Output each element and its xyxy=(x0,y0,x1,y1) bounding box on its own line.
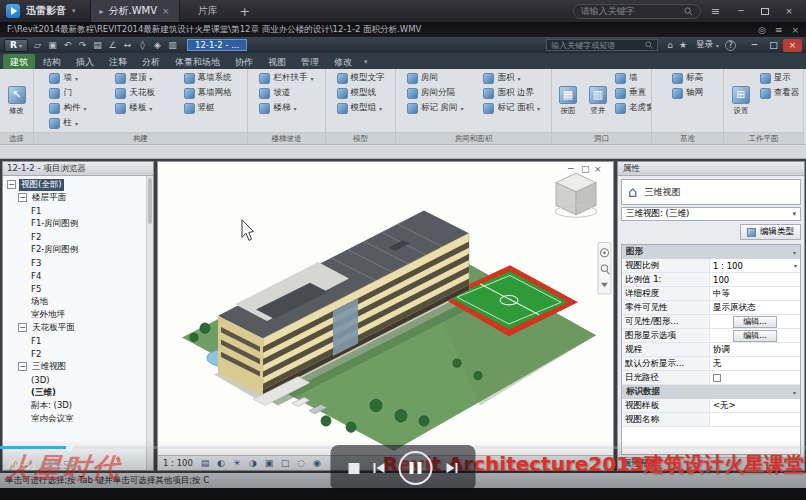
scrollbar-thumb[interactable] xyxy=(148,178,152,224)
type-selector[interactable]: ⌂ 三维视图 xyxy=(621,179,801,205)
tree-item-views-all[interactable]: −视图(全部) xyxy=(3,178,145,191)
open-icon[interactable]: ▱ xyxy=(31,40,44,50)
prop-value-parts-visibility[interactable]: 显示原状态 xyxy=(710,301,800,314)
model-line-button[interactable]: 模型线 xyxy=(336,86,386,100)
video-area[interactable]: F:\Revit2014最新教程\REVIT2014最新建筑设计火星课堂\第12… xyxy=(0,22,806,500)
expander-views-all[interactable]: − xyxy=(7,180,16,189)
tree-item-f1-room-legend[interactable]: F1-房间图例 xyxy=(3,217,145,230)
ramp-button[interactable]: 坡道 xyxy=(258,86,314,100)
ribbon-tab-7[interactable]: 协作 xyxy=(228,54,260,69)
tag-area-button[interactable]: 标记 面积▾ xyxy=(482,101,541,115)
tree-item-f4[interactable]: F4 xyxy=(3,269,145,282)
tag-room-dropdown-icon[interactable]: ▾ xyxy=(461,105,464,112)
main-menu-icon[interactable]: ≡ xyxy=(707,5,724,18)
exchange-apps-icon[interactable]: ⌂ xyxy=(667,40,673,50)
prop-value-view-template[interactable]: <无> xyxy=(710,399,800,412)
prop-value-visibility-graphics[interactable]: 编辑... xyxy=(710,315,800,328)
floor-dropdown-icon[interactable]: ▾ xyxy=(149,105,152,112)
component-button[interactable]: 构件▾ xyxy=(48,101,87,115)
group-collapse-icon[interactable]: ▾ xyxy=(793,389,796,396)
measure-icon[interactable]: ∠ xyxy=(106,40,119,50)
tree-item-3d-views[interactable]: −三维视图 xyxy=(3,360,145,373)
default-3d-view-icon[interactable]: ◈ xyxy=(151,40,164,50)
tree-item-f2[interactable]: F2 xyxy=(3,230,145,243)
ribbon-tab-10[interactable]: 修改 xyxy=(327,54,359,69)
room-button[interactable]: 房间 xyxy=(406,71,465,85)
revit-minimize-button[interactable]: ─ xyxy=(745,39,764,52)
tab-video[interactable]: ▸ 分析.WMV × xyxy=(90,0,180,22)
ceiling-button[interactable]: 天花板 xyxy=(114,86,156,100)
crop-region-icon[interactable]: □ xyxy=(279,458,291,468)
player-logo-icon[interactable] xyxy=(6,4,20,18)
next-button[interactable] xyxy=(447,463,458,473)
railing-dropdown-icon[interactable]: ▾ xyxy=(310,75,313,82)
player-brand[interactable]: 迅雷影音 xyxy=(26,4,66,18)
favorites-icon[interactable]: ★ xyxy=(679,40,687,50)
new-tab-button[interactable]: + xyxy=(236,4,254,19)
ribbon-tab-2[interactable]: 结构 xyxy=(36,54,68,69)
shaft-button[interactable]: ▥竖井 xyxy=(584,71,612,130)
brand-menu-arrow-icon[interactable]: ▾ xyxy=(72,7,76,15)
visibility-graphics-edit-button[interactable]: 编辑... xyxy=(733,316,777,328)
revit-search-input[interactable] xyxy=(551,41,642,50)
level-button[interactable]: 标高 xyxy=(671,71,704,85)
player-search[interactable] xyxy=(573,4,701,19)
reveal-hidden-icon[interactable]: ◉ xyxy=(311,458,323,468)
tree-item-copy-3d[interactable]: 副本: (3D) xyxy=(3,399,145,412)
viewer-button[interactable]: 查看器 xyxy=(759,86,801,100)
vertical-opening-button[interactable]: 垂直 xyxy=(614,86,649,100)
prop-value-view-name[interactable] xyxy=(710,413,800,426)
maximize-button[interactable] xyxy=(754,3,776,19)
crop-view-icon[interactable]: ▣ xyxy=(263,458,275,468)
detail-level-icon[interactable]: ▤ xyxy=(199,458,211,468)
close-button[interactable]: × xyxy=(778,3,800,19)
opening-by-face-button[interactable]: ▦按面 xyxy=(554,71,582,130)
navigation-bar[interactable] xyxy=(598,242,611,294)
tag-area-dropdown-icon[interactable]: ▾ xyxy=(537,105,540,112)
overlay-close-icon[interactable]: × xyxy=(791,25,799,35)
temporary-hide-icon[interactable]: ◌ xyxy=(295,458,307,468)
tree-item-f2-room-legend[interactable]: F2-房间图例 xyxy=(3,243,145,256)
model-group-button[interactable]: 模型组▾ xyxy=(336,101,386,115)
tree-item-3d-default[interactable]: (三维) xyxy=(3,386,145,399)
edit-type-button[interactable]: 编辑类型 xyxy=(740,224,801,240)
ribbon-collapse-icon[interactable]: ▾ xyxy=(364,58,368,69)
player-search-input[interactable] xyxy=(581,6,680,16)
undo-icon[interactable]: ↶ xyxy=(61,40,74,50)
ribbon-tab-3[interactable]: 插入 xyxy=(69,54,101,69)
ribbon-tab-5[interactable]: 分析 xyxy=(135,54,167,69)
tree-item-exterior-grade[interactable]: 室外地坪 xyxy=(3,308,145,321)
shadows-icon[interactable]: ◑ xyxy=(247,458,259,468)
tab-close-icon[interactable]: × xyxy=(162,6,170,16)
tab-library[interactable]: 片库 xyxy=(186,4,230,18)
component-dropdown-icon[interactable]: ▾ xyxy=(83,105,86,112)
expander-floor-plans[interactable]: − xyxy=(18,193,27,202)
tag-icon[interactable]: ◊ xyxy=(136,40,149,50)
prop-value-view-scale[interactable]: 1 : 100▾ xyxy=(710,259,800,272)
prop-value-discipline[interactable]: 协调 xyxy=(710,343,800,356)
modify-button[interactable]: ↖修改 xyxy=(3,71,31,130)
drawing-area[interactable]: ─ □ × xyxy=(158,162,613,455)
tree-item-ceiling-f2[interactable]: F2 xyxy=(3,347,145,360)
sun-path-icon[interactable]: ☀ xyxy=(231,458,243,468)
tree-item-ceiling-f1[interactable]: F1 xyxy=(3,334,145,347)
mullion-button[interactable]: 竖梃 xyxy=(183,101,233,115)
stair-button[interactable]: 楼梯▾ xyxy=(258,101,314,115)
revit-close-button[interactable]: × xyxy=(783,39,802,52)
stair-dropdown-icon[interactable]: ▾ xyxy=(293,105,296,112)
roof-button[interactable]: 屋顶▾ xyxy=(114,71,156,85)
ribbon-tab-6[interactable]: 体量和场地 xyxy=(168,54,227,69)
ribbon-tab-8[interactable]: 视图 xyxy=(261,54,293,69)
group-collapse-icon[interactable]: ▾ xyxy=(793,249,796,256)
expander-3d-views[interactable]: − xyxy=(18,362,27,371)
sun-path-checkbox[interactable] xyxy=(713,374,721,382)
expander-ceiling-plans[interactable]: − xyxy=(18,323,27,332)
show-work-plane-button[interactable]: 显示 xyxy=(759,71,801,85)
aligned-dimension-icon[interactable]: ↔ xyxy=(121,40,134,50)
ribbon-tab-4[interactable]: 注释 xyxy=(102,54,134,69)
model-group-dropdown-icon[interactable]: ▾ xyxy=(379,105,382,112)
viewcube[interactable] xyxy=(555,173,597,217)
view-window-controls[interactable]: ─ □ × xyxy=(567,164,602,174)
curtain-grid-button[interactable]: 幕墙网格 xyxy=(183,86,233,100)
door-button[interactable]: 门 xyxy=(48,86,87,100)
